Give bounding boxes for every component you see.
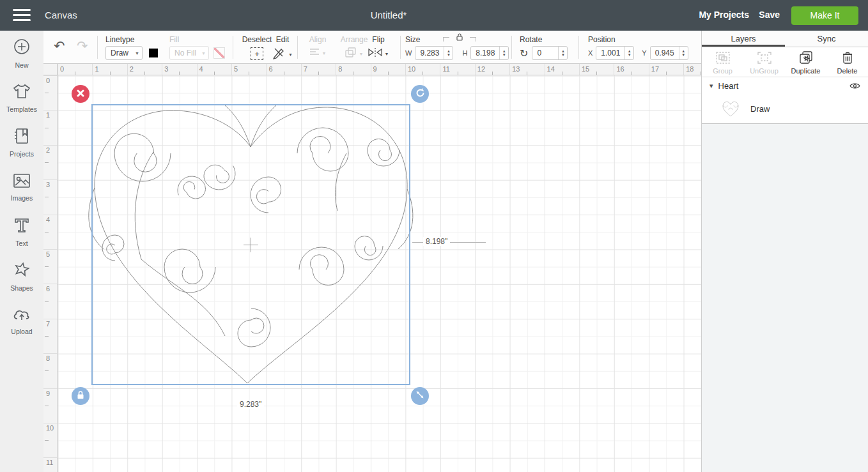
chevron-down-icon[interactable]: ▾ <box>709 82 713 90</box>
my-projects-link[interactable]: My Projects <box>699 10 749 20</box>
width-input[interactable]: 9.283 ▲▼ <box>415 46 453 60</box>
ruler-mark <box>458 72 458 75</box>
ruler-mark: 5 <box>234 65 238 73</box>
ruler-mark <box>110 72 111 75</box>
layer-thumbnail-heart <box>721 100 740 118</box>
ruler-mark <box>43 179 58 180</box>
position-label: Position <box>588 35 616 44</box>
lock-handle[interactable] <box>72 387 89 405</box>
ruler-mark: 8 <box>46 354 50 362</box>
tab-sync[interactable]: Sync <box>785 31 868 47</box>
layer-group-row[interactable]: ▾ Heart <box>702 77 868 95</box>
ruler-mark: 6 <box>268 65 272 73</box>
ruler-mark <box>422 72 423 75</box>
chevron-down-icon: ▼ <box>288 52 293 57</box>
sidebar-item-templates[interactable]: Templates <box>0 75 43 120</box>
photo-icon <box>12 172 31 192</box>
visibility-eye-icon[interactable] <box>849 82 860 89</box>
ruler-mark <box>249 72 249 75</box>
sidebar-item-label: Projects <box>10 150 34 158</box>
rotate-handle[interactable] <box>411 85 429 103</box>
delete-handle[interactable] <box>72 85 89 103</box>
ruler-mark <box>509 64 510 75</box>
toolbar-divider <box>297 36 298 59</box>
page-title: Canvas <box>45 10 77 20</box>
rotate-value: 0 <box>532 49 558 57</box>
ruler-mark <box>45 197 49 197</box>
toolbar-divider <box>511 36 512 59</box>
layers-panel: Layers Sync Group UnGroup Duplicate <box>701 31 868 472</box>
ruler-mark: 11 <box>442 65 449 73</box>
ruler-mark <box>179 72 180 75</box>
sidebar-item-new[interactable]: New <box>0 31 43 75</box>
ruler-mark: 1 <box>95 65 98 73</box>
flip-button[interactable]: Flip ▼ <box>363 35 394 60</box>
ruler-mark <box>45 406 49 406</box>
ruler-mark <box>43 423 58 423</box>
ruler-mark: 12 <box>477 65 485 73</box>
ruler-mark <box>579 64 580 75</box>
hamburger-menu-icon[interactable] <box>13 9 31 22</box>
sidebar-item-upload[interactable]: Upload <box>0 299 43 344</box>
ruler-mark <box>666 72 667 75</box>
edit-button[interactable]: Edit ▼ <box>268 35 297 62</box>
chevron-down-icon: ▼ <box>322 51 327 56</box>
ruler-mark: 11 <box>46 459 53 466</box>
sidebar-item-text[interactable]: Text <box>0 209 43 254</box>
align-button: Align ▼ <box>302 35 333 59</box>
make-it-button[interactable]: Make It <box>791 6 858 25</box>
size-lock-icon[interactable] <box>447 33 472 42</box>
linetype-select[interactable]: Draw ▼ <box>105 46 143 60</box>
undo-icon[interactable]: ↶ <box>54 38 65 54</box>
app-window: Canvas Untitled* My Projects Save Make I… <box>0 0 868 472</box>
ruler-mark <box>545 64 545 75</box>
ruler-mark <box>45 440 49 441</box>
document-title[interactable]: Untitled* <box>371 10 407 20</box>
position-x-input[interactable]: 1.001 ▲▼ <box>596 46 634 60</box>
ruler-mark: 8 <box>338 65 342 73</box>
tab-layers[interactable]: Layers <box>702 31 785 47</box>
ruler-mark <box>45 336 49 337</box>
layer-group-name: Heart <box>718 81 849 91</box>
fill-select[interactable]: No Fill ▼ <box>169 46 209 60</box>
ruler-mark <box>43 353 58 354</box>
x-letter: X <box>588 49 593 57</box>
resize-handle[interactable] <box>411 387 429 405</box>
position-x-stepper[interactable]: ▲▼ <box>624 47 633 59</box>
ruler-mark <box>214 72 215 75</box>
position-y-input[interactable]: 0.945 ▲▼ <box>650 46 688 60</box>
rotate-ccw-icon <box>415 88 425 100</box>
sidebar-item-images[interactable]: Images <box>0 165 43 209</box>
height-input[interactable]: 8.198 ▲▼ <box>470 46 509 60</box>
ruler-mark: 18 <box>686 65 694 73</box>
ruler-mark <box>492 72 493 75</box>
ruler-mark <box>649 64 649 75</box>
heart-artwork[interactable] <box>58 75 701 472</box>
chevron-down-icon: ▼ <box>385 52 389 56</box>
position-y-stepper[interactable]: ▲▼ <box>679 47 688 59</box>
delete-button[interactable]: Delete <box>826 47 868 77</box>
rotate-stepper[interactable]: ▲▼ <box>558 47 567 59</box>
rotate-input[interactable]: 0 ▲▼ <box>532 46 568 60</box>
height-letter: H <box>462 49 467 57</box>
ruler-mark <box>284 72 284 75</box>
sidebar-item-projects[interactable]: Projects <box>0 120 43 165</box>
height-stepper[interactable]: ▲▼ <box>499 47 508 59</box>
ruler-mark: 1 <box>46 111 50 119</box>
linetype-color-swatch[interactable] <box>148 47 159 59</box>
redo-icon[interactable]: ↷ <box>77 38 88 54</box>
rotate-icon[interactable]: ↻ <box>520 47 528 59</box>
sidebar-item-shapes[interactable]: Shapes <box>0 254 43 299</box>
layer-row[interactable]: Draw <box>702 95 868 123</box>
width-value: 9.283 <box>415 49 444 57</box>
ruler-mark: 15 <box>582 65 589 73</box>
linetype-label: Linetype <box>105 35 134 44</box>
sidebar-item-label: Upload <box>11 328 32 335</box>
ruler-mark <box>440 64 440 75</box>
save-button[interactable]: Save <box>759 10 780 20</box>
fill-label: Fill <box>169 35 179 44</box>
ruler-mark <box>43 319 58 319</box>
duplicate-button[interactable]: Duplicate <box>785 47 826 77</box>
ruler-mark <box>301 64 302 75</box>
width-stepper[interactable]: ▲▼ <box>444 47 453 59</box>
